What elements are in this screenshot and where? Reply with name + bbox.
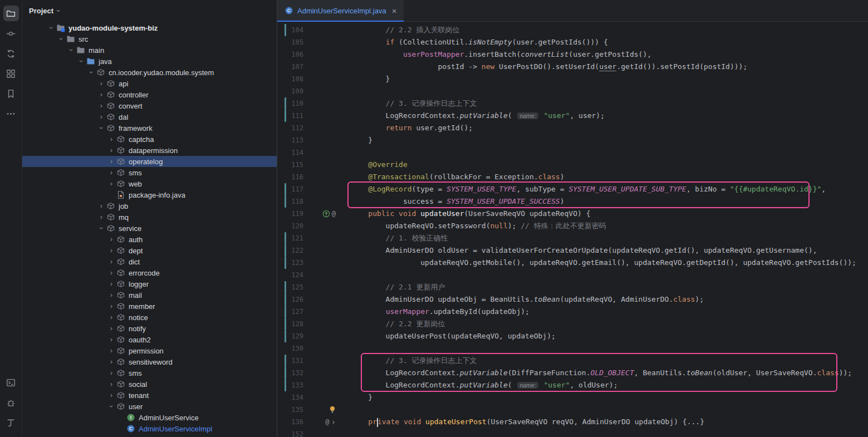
chevron-collapsed-icon[interactable]: ›: [107, 289, 116, 301]
code-text[interactable]: // 3. 记录操作日志上下文: [340, 355, 477, 367]
bookmarks-icon[interactable]: [3, 86, 19, 101]
line-number[interactable]: 131: [286, 355, 303, 367]
line-number[interactable]: 121: [286, 232, 303, 244]
line-number[interactable]: 104: [286, 24, 303, 36]
line-number[interactable]: 112: [286, 122, 303, 134]
chevron-down-icon[interactable]: ›: [55, 9, 63, 12]
line-number[interactable]: 115: [286, 159, 303, 171]
code-text[interactable]: // 2.2 插入关联岗位: [340, 24, 459, 36]
code-text[interactable]: AdminUserDO updateObj = BeanUtils.toBean…: [340, 293, 704, 306]
chevron-collapsed-icon[interactable]: ›: [107, 278, 116, 289]
code-text[interactable]: // 3. 记录操作日志上下文: [340, 97, 477, 110]
tree-item-member[interactable]: ›member: [22, 301, 277, 312]
tree-item-errorcode[interactable]: ›errorcode: [22, 267, 277, 278]
code-text[interactable]: userPostMapper.insertBatch(convertList(u…: [340, 48, 651, 61]
line-number[interactable]: 105: [286, 36, 303, 48]
editor-tab-adminuserserviceimpl-java[interactable]: CAdminUserServiceImpl.java×: [277, 0, 404, 21]
chevron-collapsed-icon[interactable]: ›: [107, 267, 116, 278]
chevron-collapsed-icon[interactable]: ›: [107, 256, 116, 267]
line-number[interactable]: 109: [286, 85, 303, 97]
line-number[interactable]: 123: [286, 257, 303, 269]
chevron-collapsed-icon[interactable]: ›: [107, 178, 116, 189]
chevron-collapsed-icon[interactable]: ›: [97, 100, 106, 111]
line-number[interactable]: 124: [286, 269, 303, 281]
tree-item-sms[interactable]: ›sms: [22, 167, 277, 178]
code-text[interactable]: updateReqVO.getMobile(), updateReqVO.get…: [340, 257, 856, 269]
code-text[interactable]: updateUserPost(updateReqVO, updateObj);: [340, 330, 556, 342]
line-number[interactable]: 122: [286, 244, 303, 257]
code-text[interactable]: updateReqVO.setPassword(null); // 特殊：此处不…: [340, 220, 606, 232]
chevron-collapsed-icon[interactable]: ›: [107, 323, 116, 334]
tree-item-user[interactable]: ›user: [22, 401, 277, 412]
structure-icon[interactable]: [3, 66, 19, 81]
chevron-collapsed-icon[interactable]: ›: [97, 212, 106, 223]
chevron-expanded-icon[interactable]: ›: [56, 35, 67, 43]
line-number[interactable]: 130: [286, 342, 303, 355]
tree-item-src[interactable]: ›src: [22, 33, 277, 45]
line-number[interactable]: 129: [286, 330, 303, 342]
more-icon[interactable]: [3, 106, 19, 121]
chevron-collapsed-icon[interactable]: ›: [107, 245, 116, 256]
line-number[interactable]: 117: [286, 183, 303, 195]
tree-item-notify[interactable]: ›notify: [22, 323, 277, 334]
chevron-collapsed-icon[interactable]: ›: [97, 200, 106, 212]
code-text[interactable]: return user.getId();: [340, 122, 473, 134]
line-number[interactable]: 133: [286, 379, 303, 391]
tree-item-datapermission[interactable]: ›datapermission: [22, 145, 277, 156]
chevron-collapsed-icon[interactable]: ›: [107, 156, 116, 167]
chevron-collapsed-icon[interactable]: ›: [107, 379, 116, 390]
line-number[interactable]: 128: [286, 318, 303, 330]
chevron-collapsed-icon[interactable]: ›: [107, 345, 116, 356]
tree-item-tenant[interactable]: ›tenant: [22, 390, 277, 401]
code-text[interactable]: private void updateUserPost(UserSaveReqV…: [340, 416, 704, 428]
tree-item-mail[interactable]: ›mail: [22, 289, 277, 301]
code-text[interactable]: postId -> new UserPostDO().setUserId(use…: [340, 61, 747, 73]
chevron-collapsed-icon[interactable]: ›: [97, 111, 106, 122]
line-number[interactable]: 152: [286, 428, 303, 437]
code-text[interactable]: // 2.1 更新用户: [340, 281, 445, 293]
line-number[interactable]: 132: [286, 367, 303, 379]
chevron-expanded-icon[interactable]: ›: [96, 124, 107, 132]
tree-item-yudao-module-system-biz[interactable]: ›yudao-module-system-biz: [22, 22, 277, 33]
tree-item-dict[interactable]: ›dict: [22, 256, 277, 267]
line-number[interactable]: 113: [286, 134, 303, 146]
chevron-expanded-icon[interactable]: ›: [106, 402, 117, 411]
code-text[interactable]: if (CollectionUtil.isNotEmpty(user.getPo…: [340, 36, 608, 48]
tree-item-adminuserservice[interactable]: IAdminUserService: [22, 412, 277, 423]
line-number[interactable]: 135: [286, 404, 303, 416]
tree-item-dept[interactable]: ›dept: [22, 245, 277, 256]
tree-item-main[interactable]: ›main: [22, 45, 277, 56]
code-text[interactable]: LogRecordContext.putVariable( name: "use…: [340, 379, 618, 391]
code-text[interactable]: }: [340, 73, 390, 85]
tree-item-mq[interactable]: ›mq: [22, 212, 277, 223]
chevron-collapsed-icon[interactable]: ›: [107, 301, 116, 312]
line-number[interactable]: 118: [286, 195, 303, 208]
line-number[interactable]: 116: [286, 171, 303, 183]
line-number[interactable]: 107: [286, 61, 303, 73]
chevron-expanded-icon[interactable]: ›: [96, 224, 107, 233]
code-text[interactable]: // 1. 校验正确性: [340, 232, 448, 244]
tree-item-framework[interactable]: ›framework: [22, 122, 277, 134]
chevron-expanded-icon[interactable]: ›: [86, 68, 97, 77]
tree-item-social[interactable]: ›social: [22, 379, 277, 390]
line-number[interactable]: 111: [286, 110, 303, 122]
line-number[interactable]: 108: [286, 73, 303, 85]
chevron-collapsed-icon[interactable]: ›: [107, 234, 116, 245]
chevron-collapsed-icon[interactable]: ›: [107, 134, 116, 145]
profiler-icon[interactable]: [3, 415, 19, 430]
tree-item-java[interactable]: ›java: [22, 56, 277, 67]
code-text[interactable]: LogRecordContext.putVariable(DiffParseFu…: [340, 367, 852, 379]
tree-item-logger[interactable]: ›logger: [22, 278, 277, 289]
chevron-collapsed-icon[interactable]: ›: [97, 89, 106, 100]
project-panel-header[interactable]: Project ›: [22, 0, 277, 21]
tree-item-auth[interactable]: ›auth: [22, 234, 277, 245]
code-text[interactable]: }: [340, 134, 372, 146]
chevron-collapsed-icon[interactable]: ›: [107, 145, 116, 156]
tree-item-sms[interactable]: ›sms: [22, 367, 277, 379]
tree-item-notice[interactable]: ›notice: [22, 312, 277, 323]
debug-icon[interactable]: [3, 395, 19, 410]
line-number[interactable]: 134: [286, 391, 303, 404]
line-number[interactable]: 127: [286, 306, 303, 318]
tree-item-operatelog[interactable]: ›operatelog: [22, 156, 277, 167]
close-icon[interactable]: ×: [392, 7, 397, 15]
